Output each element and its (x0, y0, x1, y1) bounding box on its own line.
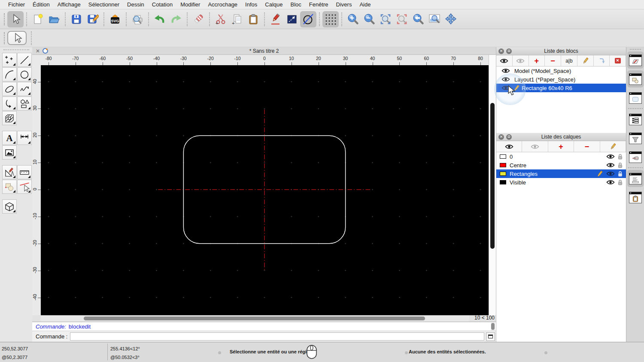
layer-row-centre[interactable]: Centre (496, 161, 626, 169)
layers-tool-minus[interactable]: − (574, 141, 600, 152)
menu-accrochage[interactable]: Accrochage (204, 1, 241, 8)
select-arrow-button[interactable] (7, 11, 24, 27)
tool-shapes-button[interactable] (17, 97, 32, 111)
blocks-tool-remove-x[interactable]: ✕ (610, 55, 626, 66)
tool-text-button[interactable]: A (2, 131, 17, 145)
menu-dition[interactable]: Édition (29, 1, 54, 8)
drawing-canvas[interactable] (41, 65, 489, 315)
open-file-button[interactable] (46, 11, 62, 27)
command-options-button[interactable] (486, 332, 495, 341)
blocks-tool-eye-off[interactable] (513, 55, 529, 66)
tool-select-entity-button[interactable] (17, 180, 32, 194)
tool-circle-button[interactable] (17, 67, 32, 81)
menu-fen-tre[interactable]: Fenêtre (305, 1, 332, 8)
lock-icon[interactable] (618, 179, 623, 185)
menu-dessin[interactable]: Dessin (123, 1, 148, 8)
circle-line-button[interactable] (300, 11, 316, 27)
eraser-button[interactable] (190, 11, 207, 27)
cut-button[interactable]: + (213, 11, 229, 27)
layers-tool-plus[interactable]: + (548, 141, 574, 152)
grid-toggle-button[interactable] (322, 11, 339, 27)
blocks-panel-detach-button[interactable] (506, 48, 512, 54)
blocks-tool-insert[interactable] (594, 55, 610, 66)
tool-points-button[interactable] (2, 53, 17, 67)
paste-button[interactable] (245, 11, 261, 27)
menu-s-lectionner[interactable]: Sélectionner (85, 1, 123, 8)
lock-icon[interactable] (618, 162, 623, 168)
menu-calque[interactable]: Calque (261, 1, 286, 8)
blocks-tool-plus[interactable]: + (529, 55, 545, 66)
window-block-edit-toggle[interactable] (627, 51, 644, 69)
lock-icon[interactable] (618, 154, 623, 160)
tool-hatch-button[interactable] (2, 111, 17, 125)
command-history-scrollbar[interactable] (491, 323, 495, 331)
tool-spline-button[interactable] (17, 82, 32, 96)
window-command-toggle[interactable] (627, 170, 644, 187)
layers-panel-detach-button[interactable] (506, 134, 512, 140)
vertical-scrollbar-thumb[interactable] (490, 103, 495, 249)
undo-button[interactable] (152, 11, 168, 27)
layers-tool-eye-off[interactable] (522, 141, 548, 152)
horizontal-scrollbar[interactable] (41, 315, 469, 322)
visibility-eye-icon[interactable] (501, 68, 510, 73)
redo-button[interactable] (168, 11, 184, 27)
menu-infos[interactable]: Infos (241, 1, 261, 8)
window-entity-list-toggle[interactable] (627, 111, 644, 128)
zoom-auto-button[interactable] (377, 11, 394, 27)
print-preview-button[interactable] (129, 11, 146, 27)
menu-affichage[interactable]: Affichage (54, 1, 85, 8)
save-as-button[interactable] (85, 11, 101, 27)
select-tool-button[interactable] (7, 31, 27, 45)
blocks-tool-rename[interactable]: a|b (561, 55, 577, 66)
menu-cotation[interactable]: Cotation (148, 1, 176, 8)
zoom-pan-button[interactable] (443, 11, 459, 27)
tool-ellipse-button[interactable] (2, 82, 17, 96)
zoom-out-button[interactable] (361, 11, 377, 27)
copy-button[interactable]: + (229, 11, 245, 27)
window-projector-toggle[interactable] (627, 148, 644, 166)
draw-pencil-button[interactable] (267, 11, 284, 27)
window-block-list-toggle[interactable] (627, 70, 644, 87)
lock-icon[interactable] (618, 171, 623, 177)
tool-image-button[interactable] (2, 145, 17, 160)
blocks-panel-close-button[interactable]: ✕ (498, 48, 504, 54)
visibility-eye-icon[interactable] (606, 163, 615, 168)
visibility-eye-icon[interactable] (606, 180, 615, 185)
line-arrow-button[interactable] (284, 11, 300, 27)
menu-modifier[interactable]: Modifier (176, 1, 204, 8)
block-row-model-model-space[interactable]: Model (*Model_Space) (496, 66, 626, 75)
tool-polyline-button[interactable] (2, 97, 17, 111)
layers-tool-pencil[interactable] (600, 141, 626, 152)
layers-tool-eye[interactable] (496, 141, 522, 152)
menu-aide[interactable]: Aide (355, 1, 374, 8)
zoom-previous-button[interactable] (394, 11, 410, 27)
window-filter-toggle[interactable] (627, 130, 644, 147)
layer-row-rectangles[interactable]: Rectangles (496, 169, 626, 178)
visibility-eye-icon[interactable] (606, 154, 615, 159)
tool-arc-button[interactable] (2, 67, 17, 81)
zoom-back-button[interactable] (410, 11, 426, 27)
tool-modify-button[interactable] (2, 165, 17, 179)
save-button[interactable] (68, 11, 85, 27)
new-document-button[interactable] (30, 11, 46, 27)
menu-fichier[interactable]: Fichier (4, 1, 29, 8)
window-clipboard-toggle[interactable] (627, 189, 644, 206)
zoom-window-button[interactable] (426, 11, 443, 27)
svg-export-button[interactable]: SVG (107, 11, 123, 27)
layer-row-0[interactable]: 0 (496, 152, 626, 161)
menu-bloc[interactable]: Bloc (286, 1, 305, 8)
tool-solid-button[interactable] (2, 199, 17, 214)
window-library-toggle[interactable] (627, 89, 644, 106)
zoom-in-button[interactable] (345, 11, 361, 27)
horizontal-scrollbar-thumb[interactable] (84, 317, 425, 320)
layer-row-visible[interactable]: Visible (496, 178, 626, 187)
visibility-eye-icon[interactable] (606, 171, 615, 176)
blocks-tool-eye[interactable] (496, 55, 513, 66)
tool-blocks-button[interactable] (2, 180, 17, 194)
command-input[interactable] (70, 332, 484, 341)
tool-line-button[interactable] (17, 53, 32, 67)
blocks-tool-pencil[interactable] (577, 55, 594, 66)
tool-dimension-button[interactable] (17, 131, 32, 145)
menu-divers[interactable]: Divers (332, 1, 356, 8)
layers-panel-close-button[interactable]: ✕ (498, 134, 504, 140)
